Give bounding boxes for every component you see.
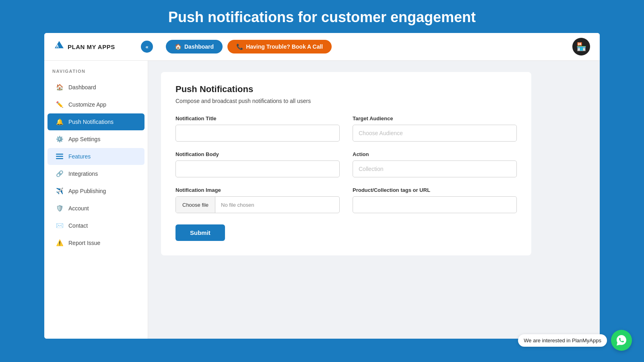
notification-body-input[interactable]: [175, 160, 340, 177]
action-group: Action: [353, 151, 517, 177]
dashboard-button[interactable]: 🏠 Dashboard: [166, 40, 223, 53]
form-subtitle: Compose and broadcast push notifications…: [175, 98, 517, 104]
top-banner: Push notifications for customer engageme…: [0, 0, 644, 33]
dashboard-icon: 🏠: [56, 83, 64, 91]
notification-title-label: Notification Title: [175, 115, 340, 121]
form-grid: Notification Title Target Audience Notif…: [175, 115, 517, 213]
collapse-button[interactable]: «: [141, 41, 153, 53]
svg-text:A: A: [56, 44, 59, 49]
notification-body-label: Notification Body: [175, 151, 340, 157]
submit-row: Submit: [175, 224, 517, 241]
target-audience-label: Target Audience: [353, 115, 517, 121]
target-audience-input[interactable]: [353, 125, 517, 142]
store-icon-button[interactable]: 🏪: [572, 38, 590, 56]
report-icon: ⚠️: [56, 239, 64, 247]
banner-title: Push notifications for customer engageme…: [0, 9, 644, 26]
sidebar-item-app-settings[interactable]: ⚙️ App Settings: [47, 131, 144, 148]
logo-icon: A: [54, 40, 64, 53]
notification-body-group: Notification Body: [175, 151, 340, 177]
publishing-icon: ✈️: [56, 187, 64, 195]
sidebar-push-label: Push Notifications: [68, 119, 114, 125]
account-icon: 🛡️: [56, 204, 64, 212]
sidebar-item-contact[interactable]: ✉️ Contact: [47, 217, 144, 234]
store-icon: 🏪: [576, 42, 586, 51]
main-container: A PLAN MY APPS « 🏠 Dashboard 📞 Having Tr…: [44, 33, 600, 339]
sidebar-item-push-notifications[interactable]: 🔔 Push Notifications: [47, 113, 144, 130]
settings-icon: ⚙️: [56, 135, 64, 143]
home-icon: 🏠: [175, 43, 182, 50]
sidebar-settings-label: App Settings: [68, 136, 100, 142]
action-label: Action: [353, 151, 517, 157]
logo-area: A PLAN MY APPS: [54, 40, 134, 53]
sidebar-item-customize-app[interactable]: ✏️ Customize App: [47, 96, 144, 113]
file-chosen-text: No file chosen: [215, 202, 260, 208]
sidebar-account-label: Account: [68, 205, 89, 212]
sidebar-features-label: Features: [68, 153, 91, 160]
form-title: Push Notifications: [175, 84, 517, 95]
action-input[interactable]: [353, 160, 517, 177]
header-nav-buttons: 🏠 Dashboard 📞 Having Trouble? Book A Cal…: [166, 40, 332, 53]
sidebar-item-dashboard[interactable]: 🏠 Dashboard: [47, 79, 144, 96]
sidebar-report-label: Report Issue: [68, 240, 100, 246]
whatsapp-widget: We are interested in PlanMyApps: [518, 330, 632, 351]
sidebar-item-report-issue[interactable]: ⚠️ Report Issue: [47, 234, 144, 251]
notification-image-group: Notification Image Choose file No file c…: [175, 187, 340, 213]
body-layout: NAVIGATION 🏠 Dashboard ✏️ Customize App …: [44, 61, 600, 339]
header-bar: A PLAN MY APPS « 🏠 Dashboard 📞 Having Tr…: [44, 33, 600, 61]
header-right: 🏪: [572, 38, 590, 56]
choose-file-button[interactable]: Choose file: [176, 197, 215, 213]
nav-label: NAVIGATION: [44, 69, 148, 78]
phone-icon: 📞: [236, 43, 243, 50]
sidebar-item-account[interactable]: 🛡️ Account: [47, 200, 144, 217]
sidebar-dashboard-label: Dashboard: [68, 84, 96, 90]
whatsapp-button[interactable]: [611, 330, 632, 351]
product-collection-label: Product/Collection tags or URL: [353, 187, 517, 193]
product-collection-input[interactable]: [353, 196, 517, 213]
logo-text: PLAN MY APPS: [68, 43, 115, 50]
target-audience-group: Target Audience: [353, 115, 517, 142]
main-content: Push Notifications Compose and broadcast…: [148, 61, 600, 339]
notification-title-input[interactable]: [175, 125, 340, 142]
dashboard-btn-label: Dashboard: [184, 43, 214, 50]
svg-rect-2: [56, 154, 63, 155]
sidebar-item-integrations[interactable]: 🔗 Integrations: [47, 165, 144, 182]
product-collection-group: Product/Collection tags or URL: [353, 187, 517, 213]
sidebar: NAVIGATION 🏠 Dashboard ✏️ Customize App …: [44, 61, 148, 339]
features-icon: [56, 152, 64, 160]
whatsapp-label: We are interested in PlanMyApps: [518, 334, 607, 347]
sidebar-contact-label: Contact: [68, 222, 88, 229]
notification-title-group: Notification Title: [175, 115, 340, 142]
sidebar-customize-label: Customize App: [68, 101, 106, 108]
sidebar-publishing-label: App Publishing: [68, 188, 106, 194]
form-card: Push Notifications Compose and broadcast…: [161, 72, 531, 255]
notification-image-label: Notification Image: [175, 187, 340, 193]
svg-rect-3: [56, 156, 63, 157]
trouble-button[interactable]: 📞 Having Trouble? Book A Call: [227, 40, 332, 53]
sidebar-item-features[interactable]: Features: [47, 148, 144, 165]
contact-icon: ✉️: [56, 222, 64, 230]
customize-icon: ✏️: [56, 101, 64, 109]
submit-button[interactable]: Submit: [175, 224, 225, 241]
sidebar-integrations-label: Integrations: [68, 171, 98, 177]
integrations-icon: 🔗: [56, 170, 64, 178]
sidebar-item-app-publishing[interactable]: ✈️ App Publishing: [47, 183, 144, 200]
svg-rect-4: [56, 158, 63, 159]
trouble-btn-label: Having Trouble? Book A Call: [246, 43, 323, 50]
bell-icon: 🔔: [56, 118, 64, 126]
file-input-row: Choose file No file chosen: [175, 196, 340, 213]
